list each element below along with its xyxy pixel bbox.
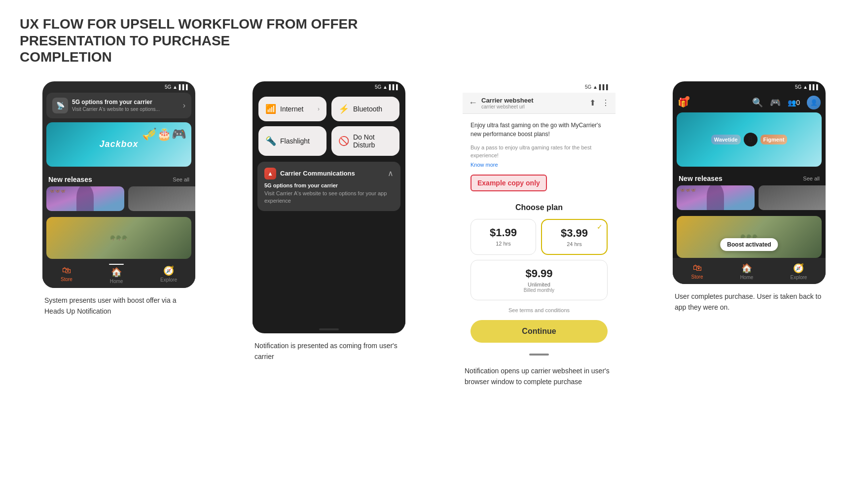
carrier-notif-title: 5G options from your carrier	[264, 182, 394, 188]
websheet-body: Enjoy ultra fast gaming on the go with M…	[463, 114, 615, 350]
store-icon-4: 🛍	[693, 263, 702, 273]
game-card-moto-1[interactable]: Moto $39.99	[128, 186, 195, 211]
status-icons-2: 5G ▲ ▌▌▌	[375, 84, 399, 90]
status-bar-3: 5G ▲ ▌▌▌	[463, 81, 615, 93]
nav-explore-1[interactable]: 🧭 Explore	[160, 265, 177, 283]
nav-store-4[interactable]: 🛍 Store	[691, 263, 703, 280]
game-card-img-moto-1	[128, 186, 195, 211]
share-icon[interactable]: ⬆	[589, 98, 596, 107]
flow-step-4: 5G ▲ ▌▌▌ 🎁 🔍 🎮 👥0 👤 Wavetide	[650, 81, 848, 313]
screen2-spacer	[253, 211, 405, 324]
bottom-game-banner-4: 🪖🪖🪖 Boost activated	[677, 216, 822, 258]
step-description-1: System presents user with boost offer vi…	[42, 295, 195, 317]
status-bar-4: 5G ▲ ▌▌▌	[673, 81, 826, 93]
plan-label-wide: Unlimited	[476, 282, 602, 287]
websheet-header: ← Carrier websheet carrier websheet url …	[463, 93, 615, 114]
bottom-nav-4: 🛍 Store 🏠 Home 🧭 Explore	[673, 258, 826, 284]
game-card-lis-1[interactable]: 🦋🦋🦋 Life is Strange Remastered PRO Free …	[46, 186, 124, 211]
explore-label-4: Explore	[790, 275, 807, 280]
game-card-img-lis-4: 🦋🦋🦋	[677, 185, 755, 210]
bluetooth-label: Bluetooth	[353, 105, 382, 113]
internet-arrow: ›	[318, 106, 320, 112]
see-all-1[interactable]: See all	[173, 177, 189, 182]
store-icon-1: 🛍	[62, 265, 71, 276]
home-icon-4: 🏠	[741, 263, 752, 274]
websheet-title: Carrier websheet	[481, 97, 585, 104]
flashlight-label: Flashlight	[280, 137, 310, 145]
gift-icon[interactable]: 🎁	[678, 97, 688, 108]
plan-sub-wide: Billed monthly	[476, 287, 602, 293]
game-banner-1: Jackbox 🎺🎂🎮	[46, 122, 191, 167]
plan-card-wide[interactable]: $9.99 Unlimited Billed monthly	[470, 260, 608, 300]
carrier-notif-icon: 📡	[52, 98, 68, 113]
group-icon[interactable]: 👥0	[788, 99, 800, 107]
status-icons-4: 5G ▲ ▌▌▌	[795, 84, 820, 90]
status-bar-1: 5G ▲ ▌▌▌	[42, 81, 195, 93]
nav-store-1[interactable]: 🛍 Store	[61, 265, 72, 282]
more-icon[interactable]: ⋮	[602, 98, 610, 107]
carrier-panel-chevron: ∧	[388, 169, 394, 178]
home-indicator-3	[529, 354, 549, 356]
quick-tiles: 📶 Internet › ⚡ Bluetooth 🔦 Flashlight 🚫 …	[253, 93, 405, 162]
choose-plan-title: Choose plan	[470, 203, 608, 212]
section-header-4: New releases See all	[673, 172, 826, 185]
avatar-4[interactable]: 👤	[807, 96, 821, 109]
page-title: UX FLOW FOR UPSELL WORKFLOW FROM OFFER P…	[20, 16, 464, 66]
section-header-1: New releases See all	[42, 173, 195, 186]
gamepad-icon[interactable]: 🎮	[770, 97, 781, 108]
bluetooth-icon: ⚡	[338, 104, 349, 114]
notif-subtitle-1: Visit Carrier A's website to see options…	[72, 107, 179, 112]
plan-cards: $1.99 12 hrs $3.99 24 hrs	[470, 219, 608, 255]
nav-home-1[interactable]: 🏠 Home	[109, 264, 124, 284]
ws-intro2: Buy a pass to enjoy ultra gaming rates f…	[470, 143, 608, 160]
example-copy-overlay: Example copy only	[470, 175, 547, 191]
terms-link[interactable]: See terms and conditions	[470, 307, 608, 313]
phone-screen-1: 5G ▲ ▌▌▌ 📡 5G options from your carrier …	[42, 81, 195, 288]
new-releases-title-1: New releases	[48, 176, 92, 183]
nav-explore-4[interactable]: 🧭 Explore	[790, 263, 807, 280]
back-button[interactable]: ←	[469, 98, 477, 108]
quick-tile-flashlight[interactable]: 🔦 Flashlight	[258, 126, 326, 156]
store-label-4: Store	[691, 274, 703, 280]
quick-tile-bluetooth[interactable]: ⚡ Bluetooth	[331, 97, 399, 121]
internet-label: Internet	[280, 105, 303, 113]
plan-price-1: $1.99	[476, 226, 531, 239]
home-icon-1: 🏠	[111, 267, 122, 278]
quick-tile-dnd[interactable]: 🚫 Do Not Disturb	[331, 126, 399, 156]
status-icons-3: 5G ▲ ▌▌▌	[585, 84, 610, 90]
explore-icon-1: 🧭	[163, 265, 174, 276]
phone-screen-3: 5G ▲ ▌▌▌ ← Carrier websheet carrier webs…	[463, 81, 615, 358]
status-bar-2: 5G ▲ ▌▌▌	[253, 81, 405, 93]
carrier-icon: ▲	[264, 168, 276, 179]
notification-bar-1[interactable]: 📡 5G options from your carrier Visit Car…	[46, 93, 191, 118]
bottom-game-banner-1: 🪖🪖🪖	[46, 217, 191, 259]
example-copy-text: Example copy only	[477, 179, 540, 187]
home-label-1: Home	[110, 279, 123, 284]
game-cards-row-1: 🦋🦋🦋 Life is Strange Remastered PRO Free …	[42, 186, 195, 217]
plan-card-1[interactable]: $1.99 12 hrs	[470, 219, 536, 255]
continue-button[interactable]: Continue	[470, 320, 608, 343]
flow-step-3: 5G ▲ ▌▌▌ ← Carrier websheet carrier webs…	[440, 81, 638, 388]
nav-home-4[interactable]: 🏠 Home	[740, 263, 754, 280]
top-nav-bar: 🎁 🔍 🎮 👥0 👤	[673, 93, 826, 112]
explore-icon-4: 🧭	[793, 263, 804, 274]
know-more-link[interactable]: Know more	[470, 162, 608, 168]
step-description-2: Notification is presented as coming from…	[253, 340, 405, 362]
search-icon-4[interactable]: 🔍	[752, 97, 763, 108]
plan-card-2[interactable]: $3.99 24 hrs	[541, 219, 608, 255]
flow-step-1: 5G ▲ ▌▌▌ 📡 5G options from your carrier …	[20, 81, 218, 317]
game-card-img-lis-1: 🦋🦋🦋	[46, 186, 124, 211]
quick-tile-internet[interactable]: 📶 Internet ›	[258, 97, 326, 121]
dnd-label: Do Not Disturb	[353, 133, 393, 149]
bottom-nav-1: 🛍 Store 🏠 Home 🧭 Explore	[42, 259, 195, 288]
plan-price-2: $3.99	[547, 227, 602, 240]
game-card-lis-4[interactable]: 🦋🦋🦋 Life is Strange Remastered PRO Free …	[677, 185, 755, 210]
plan-duration-2: 24 hrs	[547, 241, 602, 247]
game-banner-4: Wavetide 8 Figment	[677, 112, 822, 167]
game-card-moto-4[interactable]: Moto $39.99	[759, 185, 826, 210]
dnd-icon: 🚫	[338, 136, 349, 146]
see-all-4[interactable]: See all	[803, 176, 820, 181]
carrier-notif-panel[interactable]: ▲ Carrier Communications ∧ 5G options fr…	[257, 162, 400, 211]
game-cards-row-4: 🦋🦋🦋 Life is Strange Remastered PRO Free …	[673, 185, 826, 216]
home-indicator-2	[319, 328, 339, 330]
